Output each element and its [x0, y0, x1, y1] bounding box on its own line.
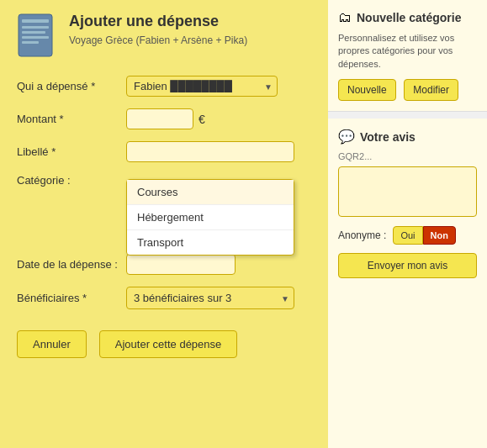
envoyer-button[interactable]: Envoyer mon avis — [338, 253, 477, 278]
date-row: Date de la dépense : — [17, 254, 311, 275]
doc-icon — [17, 13, 59, 59]
page-title: Ajouter une dépense — [69, 13, 247, 30]
montant-input[interactable] — [126, 108, 193, 129]
categorie-dropdown: Courses Hébergement Transport — [126, 179, 294, 256]
anonyme-label: Anonyme : — [338, 229, 386, 241]
votre-avis-header: 💬 Votre avis — [338, 129, 477, 145]
dropdown-item-transport[interactable]: Transport — [127, 230, 294, 255]
footer-buttons: Annuler Ajouter cette dépense — [17, 330, 311, 358]
svg-rect-1 — [22, 19, 49, 23]
montant-label: Montant * — [17, 113, 126, 125]
svg-rect-2 — [22, 26, 49, 29]
date-label: Date de la dépense : — [17, 258, 126, 271]
qui-select-wrapper: Fabien ████████ — [126, 76, 278, 97]
qui-select[interactable]: Fabien ████████ — [126, 76, 278, 97]
qui-label: Qui a dépensé * — [17, 80, 126, 92]
nouvelle-button[interactable]: Nouvelle — [338, 79, 396, 101]
avis-textarea[interactable] — [338, 166, 477, 217]
beneficiaires-select-wrapper: 3 bénéficiaires sur 3 — [126, 287, 294, 309]
nouvelle-categorie-title: Nouvelle catégorie — [357, 11, 462, 24]
date-input[interactable] — [126, 254, 236, 275]
beneficiaires-label: Bénéficiaires * — [17, 292, 126, 304]
categorie-row: Catégorie : Courses Hébergement Transpor… — [17, 174, 311, 187]
svg-rect-5 — [22, 41, 39, 44]
header-text: Ajouter une dépense Voyage Grèce (Fabien… — [69, 13, 247, 48]
votre-avis-title: Votre avis — [360, 130, 416, 144]
comment-icon: 💬 — [338, 129, 355, 145]
svg-rect-3 — [22, 31, 45, 34]
nouvelle-categorie-section: 🗂 Nouvelle catégorie Personnalisez et ut… — [328, 0, 487, 112]
ajouter-button[interactable]: Ajouter cette dépense — [99, 330, 237, 358]
nouvelle-categorie-desc: Personnalisez et utilisez vos propres ca… — [338, 32, 477, 71]
annuler-button[interactable]: Annuler — [17, 330, 87, 358]
libelle-label: Libellé * — [17, 145, 126, 158]
nouvelle-categorie-header: 🗂 Nouvelle catégorie — [338, 10, 477, 25]
page-subtitle: Voyage Grèce (Fabien + Arsène + Pika) — [69, 34, 247, 48]
beneficiaires-select[interactable]: 3 bénéficiaires sur 3 — [126, 287, 294, 309]
left-panel: Ajouter une dépense Voyage Grèce (Fabien… — [0, 0, 328, 448]
libelle-input[interactable] — [126, 141, 294, 162]
dropdown-item-courses[interactable]: Courses — [127, 180, 294, 205]
votre-avis-section: 💬 Votre avis GQR2... Anonyme : Oui Non E… — [328, 119, 487, 448]
qui-row: Qui a dépensé * Fabien ████████ — [17, 76, 311, 97]
categorie-label: Catégorie : — [17, 174, 126, 187]
beneficiaires-row: Bénéficiaires * 3 bénéficiaires sur 3 — [17, 287, 311, 309]
libelle-row: Libellé * — [17, 141, 311, 162]
layers-icon: 🗂 — [338, 10, 352, 25]
anonyme-row: Anonyme : Oui Non — [338, 226, 477, 245]
svg-rect-4 — [22, 36, 49, 39]
right-panel: 🗂 Nouvelle catégorie Personnalisez et ut… — [328, 0, 487, 448]
avis-name: GQR2... — [338, 151, 477, 161]
modifier-button[interactable]: Modifier — [404, 79, 458, 101]
oui-button[interactable]: Oui — [393, 226, 422, 245]
euro-symbol: € — [199, 113, 205, 126]
montant-row: Montant * € — [17, 108, 311, 129]
nouvelle-categorie-buttons: Nouvelle Modifier — [338, 79, 477, 101]
form-header: Ajouter une dépense Voyage Grèce (Fabien… — [17, 13, 311, 59]
dropdown-item-hebergement[interactable]: Hébergement — [127, 205, 294, 230]
non-button[interactable]: Non — [423, 226, 456, 245]
